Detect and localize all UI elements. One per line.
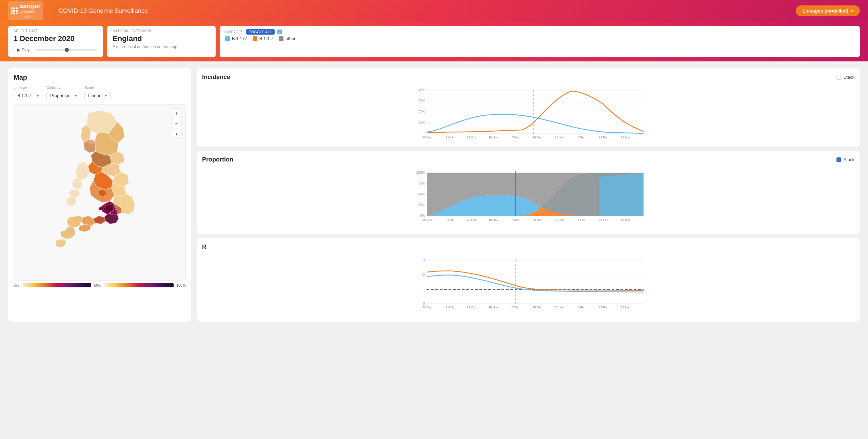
svg-text:20 Sep: 20 Sep xyxy=(422,306,432,309)
legend-mid: 50% xyxy=(94,283,101,287)
svg-text:16 Mar: 16 Mar xyxy=(621,136,630,139)
svg-text:10K: 10K xyxy=(419,121,425,125)
svg-text:0: 0 xyxy=(423,302,425,305)
stack-label-proportion: Stack xyxy=(843,157,854,162)
national-panel: NATIONAL OVERVIEW England Explore local … xyxy=(107,26,216,57)
stack-checkbox-incidence[interactable] xyxy=(836,75,841,80)
svg-text:2: 2 xyxy=(423,273,425,276)
svg-text:0%: 0% xyxy=(420,214,425,217)
scale-control: Scale Linear Log xyxy=(84,85,111,100)
svg-text:18 Nov: 18 Nov xyxy=(489,136,498,139)
svg-text:7 Dec: 7 Dec xyxy=(511,218,519,222)
svg-text:29 Oct: 29 Oct xyxy=(467,136,476,139)
svg-text:23 Feb: 23 Feb xyxy=(599,306,608,309)
date-panel: SELECT DATE 1 December 2020 ▶ Play xyxy=(8,26,103,57)
svg-text:20K: 20K xyxy=(419,110,425,114)
svg-text:29 Oct: 29 Oct xyxy=(467,218,476,222)
proportion-chart-svg: 100% 75% 50% 25% 0% 20 Sep 9 Oct 29 Oct … xyxy=(202,166,854,229)
national-sub: Explore local authorities on the map xyxy=(113,44,210,49)
proportion-chart-card: Proportion ✓ Stack 100% 75% 50% xyxy=(197,151,860,234)
svg-text:16 Jan: 16 Jan xyxy=(555,136,564,139)
check-icon: ✓ xyxy=(226,37,229,40)
lineage-checkbox-b117[interactable]: ✓ xyxy=(253,36,257,41)
stack-control-incidence: Stack xyxy=(836,75,854,80)
svg-text:3: 3 xyxy=(423,258,425,262)
r-title: R xyxy=(202,244,206,251)
color-by-control: Color by Proportion Count xyxy=(46,85,80,100)
lineage-name-other: other xyxy=(285,36,296,41)
logo-sub: wellcomeinstitute xyxy=(20,10,41,19)
zoom-reset-button[interactable]: ▲ xyxy=(172,129,181,138)
svg-text:75%: 75% xyxy=(418,182,425,185)
lineage-name-b1177: B.1.177 xyxy=(232,36,247,41)
national-title: England xyxy=(113,34,210,43)
lineages-row: ✓ B.1.177 ✓ B.1.1.7 ✓ other xyxy=(225,36,854,41)
play-icon: ▶ xyxy=(17,47,20,52)
incidence-chart-svg: 40K 30K 20K 10K 20 Sep 9 Oct 29 Oct 18 N… xyxy=(202,83,854,141)
lineages-modelled-button[interactable]: Lineages (modelled) xyxy=(796,5,860,16)
svg-text:29 Oct: 29 Oct xyxy=(467,306,476,309)
svg-text:26 Dec: 26 Dec xyxy=(533,306,542,309)
check-icon: ✓ xyxy=(837,158,840,161)
svg-text:26 Dec: 26 Dec xyxy=(533,136,542,139)
svg-text:9 Oct: 9 Oct xyxy=(446,218,453,222)
logo-grid-icon xyxy=(11,7,18,14)
sanger-logo: sanger wellcomeinstitute xyxy=(8,1,43,20)
zoom-in-button[interactable]: + xyxy=(172,109,181,118)
check-icon: ✓ xyxy=(280,37,282,40)
svg-text:18 Nov: 18 Nov xyxy=(489,306,498,309)
svg-text:40K: 40K xyxy=(419,88,425,92)
logo-area: sanger wellcomeinstitute COVID-19 Genomi… xyxy=(8,1,148,20)
check-icon: ✓ xyxy=(278,30,281,34)
lineage-item-other: ✓ other xyxy=(279,36,296,41)
date-label: SELECT DATE xyxy=(14,29,98,33)
header: sanger wellcomeinstitute COVID-19 Genomi… xyxy=(0,0,868,22)
play-button[interactable]: ▶ Play xyxy=(14,46,33,54)
svg-text:9 Oct: 9 Oct xyxy=(446,306,453,309)
lineage-select[interactable]: B.1.1.7 B.1.177 other xyxy=(14,91,42,100)
scale-select[interactable]: Linear Log xyxy=(84,91,111,100)
proportion-title: Proportion xyxy=(202,156,233,163)
svg-text:30K: 30K xyxy=(419,99,425,103)
r-chart-card: R 3 2 1 0 2 xyxy=(197,238,860,322)
legend-gradient xyxy=(22,283,91,287)
svg-text:23 Feb: 23 Feb xyxy=(599,136,608,139)
stack-label-incidence: Stack xyxy=(843,75,854,80)
check-icon: ✓ xyxy=(254,37,256,40)
charts-panel: Incidence Stack 40K 30K 20K 10K xyxy=(197,68,860,322)
lineage-label: Lineage xyxy=(14,85,42,90)
svg-text:26 Dec: 26 Dec xyxy=(533,218,542,222)
zoom-out-button[interactable]: − xyxy=(172,119,181,128)
stack-checkbox-proportion[interactable]: ✓ xyxy=(836,157,841,162)
svg-text:1: 1 xyxy=(423,287,425,291)
lineage-checkbox-b1177[interactable]: ✓ xyxy=(225,36,230,41)
play-label: Play xyxy=(22,47,29,52)
map-container[interactable]: + − ▲ xyxy=(14,104,186,281)
lineage-control: Lineage B.1.1.7 B.1.177 other xyxy=(14,85,42,100)
svg-text:4 Feb: 4 Feb xyxy=(577,218,585,222)
svg-text:4 Feb: 4 Feb xyxy=(577,306,585,309)
app-title: COVID-19 Genomic Surveillance xyxy=(53,7,148,15)
svg-text:50%: 50% xyxy=(418,192,425,196)
date-slider[interactable] xyxy=(36,49,98,51)
svg-text:25%: 25% xyxy=(418,203,425,207)
scale-label: Scale xyxy=(84,85,111,90)
map-legend: 0% 50% 100% xyxy=(14,283,186,287)
logo-name: sanger xyxy=(20,3,41,10)
svg-text:4 Feb: 4 Feb xyxy=(577,136,585,139)
svg-text:7 Dec: 7 Dec xyxy=(511,136,519,139)
svg-text:16 Jan: 16 Jan xyxy=(555,306,564,309)
stack-control-proportion: ✓ Stack xyxy=(836,157,854,162)
svg-text:7 Dec: 7 Dec xyxy=(511,306,519,309)
lineage-checkbox-other[interactable]: ✓ xyxy=(279,36,283,41)
toggle-all-button[interactable]: TOGGLE ALL xyxy=(246,29,275,35)
proportion-title-row: Proportion ✓ Stack xyxy=(202,156,854,163)
lineages-label: LINEAGES xyxy=(225,30,243,34)
color-by-select[interactable]: Proportion Count xyxy=(46,91,80,100)
toggle-all-checkbox[interactable]: ✓ xyxy=(277,30,282,34)
color-by-label: Color by xyxy=(46,85,80,90)
svg-text:100%: 100% xyxy=(416,171,425,174)
map-panel: Map Lineage B.1.1.7 B.1.177 other Color … xyxy=(8,68,191,322)
r-chart-svg: 3 2 1 0 20 Sep 9 Oct 29 Oct 18 Nov 7 Dec… xyxy=(202,253,854,316)
date-value: 1 December 2020 xyxy=(14,34,98,43)
